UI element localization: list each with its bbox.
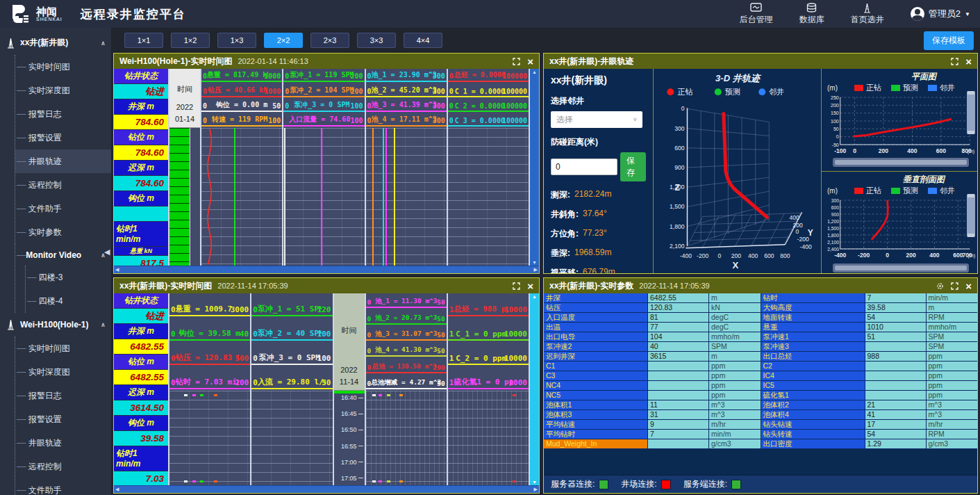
- svg-text:(m): (m): [967, 252, 975, 258]
- param-value: [865, 391, 927, 400]
- scroll-left-icon[interactable]: ◀: [115, 487, 119, 492]
- expand-icon[interactable]: [951, 58, 958, 65]
- param-name: Mud_Weight_In: [544, 439, 648, 448]
- sidebar-item[interactable]: 报警设置: [15, 126, 111, 149]
- nav-home-label: 首页选井: [851, 14, 884, 26]
- vertical-scrollbar[interactable]: ▲▼: [530, 69, 539, 266]
- table-row: 平均钻速 9 m/hr 钻头钻速 17 m/hr: [544, 420, 977, 430]
- grid-layout-button[interactable]: 3×3: [357, 33, 396, 48]
- save-template-button[interactable]: 保存模板: [924, 31, 974, 50]
- grid-layout-button[interactable]: 1×1: [124, 33, 163, 48]
- param-value: 7: [648, 430, 709, 439]
- sidebar-item[interactable]: 井眼轨迹: [15, 431, 111, 455]
- grid-layout-button[interactable]: 2×2: [264, 33, 303, 48]
- sidebar-item-monitor-video[interactable]: Monitor Video ∧: [15, 244, 111, 266]
- param-value: 817.5: [114, 256, 168, 266]
- param-label: 钻时1 min/m: [114, 446, 168, 471]
- close-icon[interactable]: ×: [527, 282, 533, 290]
- param-name: 钻压: [544, 303, 648, 312]
- param-name: 硫化氢1: [761, 391, 865, 400]
- sidebar-item[interactable]: 实时时间图: [15, 336, 111, 360]
- status-item: 井场连接:: [621, 478, 670, 490]
- nav-home-well-select[interactable]: 首页选井: [851, 3, 884, 26]
- curve-label: 0悬重 = 817.49 kN1000: [201, 69, 282, 82]
- scroll-left-icon[interactable]: ◀: [115, 267, 119, 273]
- neighbor-select[interactable]: 选择˅: [551, 111, 642, 128]
- table-row: NC4 ppm IC5 ppm: [544, 381, 977, 391]
- sidebar-item[interactable]: 文件助手: [15, 197, 111, 220]
- scroll-down-icon[interactable]: ▼: [532, 260, 537, 265]
- param-value: [648, 362, 709, 371]
- param-value: 3614.50: [114, 400, 168, 416]
- table-row: C3 ppm IC4 ppm: [544, 371, 977, 381]
- sidebar-item[interactable]: 实时深度图: [15, 360, 111, 384]
- sidebar-item[interactable]: 报警设置: [15, 407, 111, 431]
- svg-text:400: 400: [748, 252, 758, 259]
- save-button[interactable]: 保存: [620, 152, 646, 181]
- close-icon[interactable]: ×: [965, 58, 972, 65]
- section-view-title: 垂直剖面图: [823, 174, 976, 186]
- param-label: 迟深 m: [114, 161, 168, 176]
- nav-admin[interactable]: 后台管理: [740, 3, 773, 26]
- expand-icon[interactable]: [951, 282, 958, 290]
- section-vertical-slider[interactable]: [967, 194, 975, 237]
- sidebar-item[interactable]: 文件助手: [15, 478, 111, 495]
- panel-trajectory: xx井(新井眼)-井眼轨迹 × xx井(新井眼) 选择邻井 选择˅ 防碰距离(米…: [543, 53, 978, 274]
- plan-horizontal-scrollbar[interactable]: [833, 158, 969, 167]
- track-3: 0池_1 = 23.90 m^33000池_2 = 45.20 m^33000池…: [366, 69, 448, 266]
- sidebar-item[interactable]: 井眼轨迹: [15, 149, 111, 173]
- panel-timestamp: 2022-11-14 17:05:39: [217, 282, 288, 290]
- close-icon[interactable]: ×: [965, 282, 972, 290]
- plan-vertical-slider[interactable]: [967, 91, 975, 134]
- user-menu[interactable]: 管理员2 ▼: [911, 7, 970, 21]
- table-row: 钻压 120.83 kN 大钩高度 39.58 m: [544, 303, 977, 313]
- sidebar-collapse-arrow[interactable]: ◀: [104, 248, 110, 257]
- sidebar-well-1[interactable]: xx井(新井眼) ∧: [0, 31, 111, 55]
- sidebar-item-camera[interactable]: 四楼-4: [26, 289, 111, 313]
- param-name: 大钩高度: [761, 303, 865, 312]
- nav-database[interactable]: 数据库: [799, 3, 824, 26]
- scroll-up-icon[interactable]: ▲: [532, 70, 537, 74]
- curve-label: 0钻压 = 40.66 kN1000: [201, 83, 282, 97]
- user-name: 管理员2: [929, 8, 961, 20]
- collision-distance-input[interactable]: [551, 159, 617, 175]
- section-horizontal-scrollbar[interactable]: [833, 263, 969, 273]
- svg-text:Z: Z: [674, 183, 680, 193]
- param-value: 31: [648, 410, 709, 419]
- sidebar-item[interactable]: 报警日志: [15, 102, 111, 126]
- time-tick: 16:50: [334, 426, 363, 433]
- sidebar-item[interactable]: 实时深度图: [15, 79, 111, 102]
- vertical-scrollbar[interactable]: ▲▼: [530, 293, 539, 485]
- horizontal-scrollbar[interactable]: ◀▶: [114, 266, 539, 273]
- grid-layout-button[interactable]: 1×2: [171, 33, 210, 48]
- gear-icon[interactable]: [936, 282, 944, 290]
- grid-layout-button[interactable]: 2×3: [310, 33, 349, 48]
- track-plot: [366, 128, 447, 266]
- param-name: C2: [761, 362, 865, 371]
- scroll-right-icon[interactable]: ▶: [534, 267, 538, 273]
- sidebar-item[interactable]: 远程控制: [15, 455, 111, 478]
- sidebar-item[interactable]: 实时参数: [15, 220, 111, 244]
- expand-icon[interactable]: [513, 58, 520, 65]
- sidebar-well-2[interactable]: Wei-H100(Hole-1) ∧: [0, 313, 111, 336]
- sidebar-item[interactable]: 实时时间图: [15, 55, 111, 79]
- grid-layout-button[interactable]: 4×4: [404, 33, 442, 48]
- param-label: 悬重 kN: [114, 247, 168, 256]
- panel-title: xx井(新井眼)-实时参数: [549, 280, 633, 292]
- param-value: [865, 381, 927, 390]
- time-tick: 16:55: [334, 443, 363, 450]
- horizontal-scrollbar[interactable]: ◀▶: [114, 485, 539, 493]
- svg-text:1,500: 1,500: [827, 225, 839, 230]
- scroll-up-icon[interactable]: ▲: [532, 294, 537, 299]
- sidebar-item[interactable]: 远程控制: [15, 173, 111, 197]
- param-label: 钻井状态: [114, 69, 168, 84]
- grid-layout-button[interactable]: 1×3: [217, 33, 256, 48]
- param-value: [648, 371, 709, 380]
- expand-icon[interactable]: [513, 282, 520, 290]
- scroll-right-icon[interactable]: ▶: [534, 487, 538, 492]
- sidebar-item-camera[interactable]: 四楼-3: [26, 266, 111, 289]
- sidebar-item[interactable]: 报警日志: [15, 384, 111, 407]
- close-icon[interactable]: ×: [527, 58, 533, 65]
- svg-text:400: 400: [907, 147, 917, 154]
- scroll-down-icon[interactable]: ▼: [532, 480, 537, 485]
